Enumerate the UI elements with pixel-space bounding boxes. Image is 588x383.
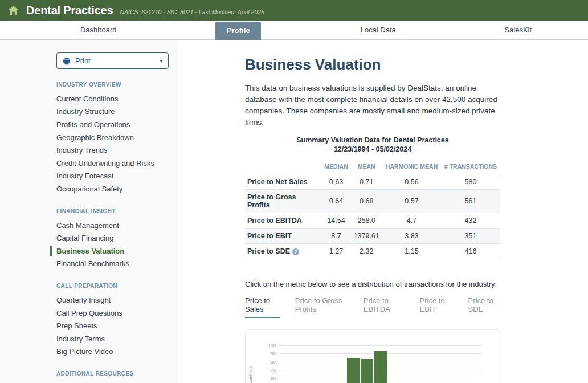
active-item-indicator [50,246,52,256]
table-row-price-to-gross-profits: Price to Gross Profits0.640.680.57561 [245,190,500,213]
cell-value: 1.27 [321,244,350,259]
sidebar-section-items: Current ConditionsIndustry StructureProf… [56,92,169,195]
y-tick-100: 100 [260,343,276,348]
metric-tab-price-to-sde[interactable]: Price to SDE [468,296,500,318]
tab-cell: SalesKit [448,21,588,39]
print-button[interactable]: Print ▾ [56,52,169,69]
home-icon[interactable] [8,6,19,15]
sidebar-item-quarterly-insight[interactable]: Quarterly Insight [56,294,169,307]
main-content: Business Valuation This data on business… [178,40,588,383]
tab-cell: Dashboard [28,21,169,39]
sidebar-item-prep-sheets[interactable]: Prep Sheets [56,319,169,332]
sidebar-item-industry-trends[interactable]: Industry Trends [56,144,169,157]
tab-cell: Local Data [308,21,448,39]
cell-value: 416 [441,244,500,259]
row-label: Price to Gross Profits [245,190,321,213]
app-title: Dental Practices [26,4,113,17]
cell-value: 0.56 [382,174,441,190]
sidebar-item-financial-benchmarks[interactable]: Financial Benchmarks [56,258,169,271]
y-tick-60: 60 [260,375,276,380]
metric-tab-price-to-ebit[interactable]: Price to EBIT [420,296,453,318]
cell-value: 8.7 [321,229,350,244]
page-title: Business Valuation [245,56,500,74]
metric-prompt: Click on the metric below to see a distr… [245,280,500,288]
sidebar-section-title-financial-insight: FINANCIAL INSIGHT [56,208,169,214]
intro-paragraph: This data on business valuations is supp… [245,83,500,128]
column-header-harmonic-mean: HARMONIC MEAN [382,159,441,174]
cell-value: 3.83 [382,229,441,244]
sidebar-item-profits-and-operations[interactable]: Profits and Operations [56,118,169,131]
sidebar-section: FINANCIAL INSIGHT Cash ManagementCapital… [56,208,169,270]
sidebar-item-geographic-breakdown[interactable]: Geographic Breakdown [56,131,169,144]
y-tick-90: 90 [260,351,276,356]
sidebar-item-industry-structure[interactable]: Industry Structure [56,105,169,119]
cell-value: 2.32 [351,244,382,259]
sidebar-item-occupational-safety[interactable]: Occupational Safety [56,182,169,195]
sidebar-item-current-conditions[interactable]: Current Conditions [56,92,169,105]
sidebar-item-business-valuation[interactable]: Business Valuation [56,245,169,258]
app-header: Dental Practices NAICS: 621210 · SIC: 80… [0,0,588,21]
distribution-chart-card: No. of Transactions 01020304050607080901… [245,329,500,383]
sidebar-item-call-prep-questions[interactable]: Call Prep Questions [56,307,169,320]
cell-value: 351 [441,229,500,244]
metric-tab-price-to-ebitda[interactable]: Price to EBITDA [364,296,405,318]
tab-saleskit[interactable]: SalesKit [493,21,543,39]
y-tick-70: 70 [260,367,276,372]
cell-value: 258.0 [351,213,382,229]
sidebar-item-capital-financing[interactable]: Capital Financing [56,231,169,245]
table-row-price-to-ebitda: Price to EBITDA14.54258.04.7432 [245,213,500,229]
printer-icon [63,57,71,65]
sidebar-item-credit-underwriting-and-risks[interactable]: Credit Underwriting and Risks [56,157,169,170]
sidebar: Print ▾ INDUSTRY OVERVIEW Current Condit… [0,40,178,383]
cell-value: 0.57 [382,190,441,213]
row-label: Price to Net Sales [245,174,321,190]
sidebar-item-cash-management[interactable]: Cash Management [56,219,169,232]
tab-cell: Profile [169,22,309,39]
tab-profile[interactable]: Profile [215,22,261,40]
cell-value: 432 [441,213,500,229]
y-axis-label: No. of Transactions [248,366,253,383]
bars [279,345,482,383]
cell-value: 0.68 [351,190,382,213]
row-label: Price to EBIT [245,229,321,244]
row-label: Price to SDE? [245,244,321,259]
tab-local-data[interactable]: Local Data [349,21,407,39]
column-header-transactions: # TRANSACTIONS [441,159,500,174]
sidebar-item-industry-terms[interactable]: Industry Terms [56,332,169,345]
info-icon[interactable]: ? [292,248,299,255]
sidebar-section: CALL PREPARATION Quarterly InsightCall P… [56,283,169,358]
cell-value: 561 [441,190,500,213]
metric-tab-price-to-sales[interactable]: Price to Sales [245,296,280,318]
row-label: Price to EBITDA [245,213,321,229]
metric-tabs: Price to SalesPrice to Gross ProfitsPric… [245,296,500,318]
sidebar-item-big-picture-video[interactable]: Big Picture Video [56,345,169,358]
cell-value: 0.71 [351,174,382,190]
bar-0.6 [361,359,373,383]
valuation-table: MEDIANMEANHARMONIC MEAN# TRANSACTIONS Pr… [245,159,500,259]
cell-value: 580 [441,174,500,190]
table-header-row: MEDIANMEANHARMONIC MEAN# TRANSACTIONS [245,159,500,174]
cell-value: 14.54 [321,213,350,229]
sidebar-section: INDUSTRY OVERVIEW Current ConditionsIndu… [56,82,169,195]
tab-dashboard[interactable]: Dashboard [69,21,128,39]
sidebar-item-industry-forecast[interactable]: Industry Forecast [56,170,169,183]
cell-value: 1379.61 [351,229,382,244]
cell-value: 0.63 [321,174,350,190]
table-row-price-to-net-sales: Price to Net Sales0.630.710.56580 [245,174,500,190]
page-body: Print ▾ INDUSTRY OVERVIEW Current Condit… [0,40,588,383]
metric-tab-price-to-gross-profits[interactable]: Price to Gross Profits [295,296,348,318]
plot-area: No. of Transactions 01020304050607080901… [279,345,482,383]
sidebar-nav: INDUSTRY OVERVIEW Current ConditionsIndu… [56,82,169,383]
sidebar-section-items: Cash ManagementCapital FinancingBusiness… [56,219,169,270]
column-header-median: MEDIAN [321,159,350,174]
main-tabs: Dashboard Profile Local Data SalesKit [0,21,588,40]
sidebar-section-items: Quarterly InsightCall Prep QuestionsPrep… [56,294,169,358]
sidebar-section: ADDITIONAL RESOURCES Web LinksArchived P… [56,370,169,383]
sidebar-section-title-industry-overview: INDUSTRY OVERVIEW [56,82,169,88]
table-date-range: 12/23/1994 - 05/02/2024 [245,145,500,154]
cell-value: 0.64 [321,190,350,213]
cell-value: 4.7 [382,213,441,229]
chevron-down-icon: ▾ [160,58,162,64]
cell-value: 1.15 [382,244,441,259]
table-title: Summary Valuation Data for Dental Practi… [245,136,500,145]
